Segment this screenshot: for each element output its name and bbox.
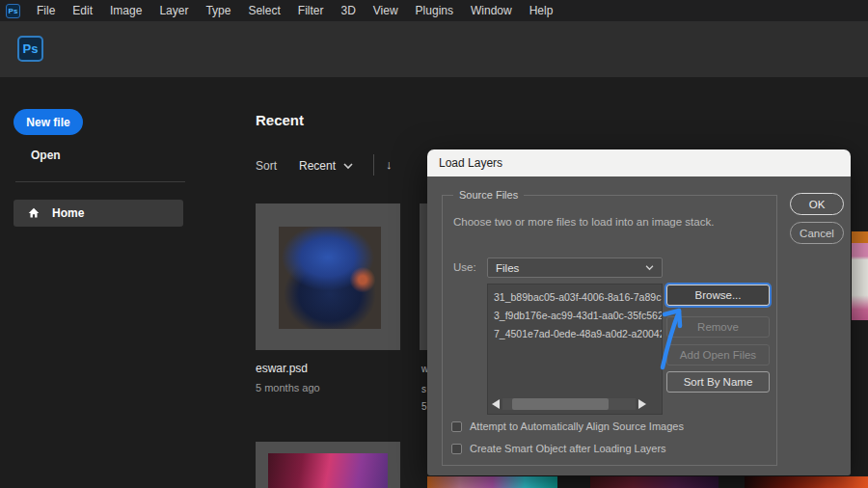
menu-item-filter[interactable]: Filter	[289, 0, 333, 21]
scroll-left-arrow-icon[interactable]	[492, 399, 500, 409]
partially-hidden-card	[420, 203, 427, 350]
sort-divider	[373, 154, 374, 176]
cancel-button[interactable]: Cancel	[790, 222, 844, 244]
source-files-group-label: Source Files	[453, 189, 524, 201]
checkbox-icon	[451, 444, 462, 454]
home-icon	[27, 206, 41, 220]
align-source-images-checkbox[interactable]: Attempt to Automatically Align Source Im…	[451, 420, 684, 432]
file-list-item[interactable]: 31_b89bac05-a03f-4006-8a16-7a89c57e27	[488, 285, 662, 307]
recent-file-thumbnail-edge	[745, 476, 868, 488]
recent-section-title: Recent	[256, 112, 304, 128]
photoshop-app-icon: Ps	[6, 4, 20, 18]
menu-item-help[interactable]: Help	[521, 0, 562, 21]
sort-label: Sort	[256, 159, 277, 173]
browse-button[interactable]: Browse...	[666, 285, 770, 306]
use-dropdown-value: Files	[496, 262, 519, 274]
sidebar-item-home[interactable]: Home	[14, 200, 183, 227]
menu-item-file[interactable]: File	[28, 0, 64, 21]
menu-bar: Ps File Edit Image Layer Type Select Fil…	[0, 0, 868, 21]
menu-item-layer[interactable]: Layer	[150, 0, 197, 21]
sort-dropdown[interactable]: Recent	[299, 159, 353, 173]
file-modified-time: 5 months ago	[256, 382, 320, 393]
add-open-files-button[interactable]: Add Open Files	[666, 344, 770, 366]
menu-item-type[interactable]: Type	[197, 0, 239, 21]
sort-by-name-button[interactable]: Sort By Name	[666, 371, 770, 393]
new-file-button[interactable]: New file	[14, 109, 83, 135]
dialog-title: Load Layers	[439, 156, 502, 170]
menu-item-window[interactable]: Window	[462, 0, 521, 21]
home-label: Home	[52, 206, 84, 220]
sort-direction-icon[interactable]: ↓	[386, 157, 393, 172]
file-list-item[interactable]: 3_f9db176e-ac99-43d1-aa0c-35fc562a3226	[488, 307, 662, 325]
checkbox-label: Attempt to Automatically Align Source Im…	[470, 420, 684, 432]
menu-item-image[interactable]: Image	[101, 0, 150, 21]
checkbox-label: Create Smart Object after Loading Layers	[470, 443, 666, 454]
scroll-right-arrow-icon[interactable]	[638, 399, 646, 409]
menu-item-plugins[interactable]: Plugins	[407, 0, 462, 21]
use-label: Use:	[453, 261, 476, 273]
dialog-description: Choose two or more files to load into an…	[453, 216, 714, 228]
menu-item-select[interactable]: Select	[239, 0, 288, 21]
app-header: Ps	[0, 21, 868, 77]
file-thumbnail	[268, 453, 388, 488]
source-files-list[interactable]: 31_b89bac05-a03f-4006-8a16-7a89c57e27 3_…	[487, 284, 663, 415]
sidebar-divider	[15, 181, 185, 182]
recent-file-card[interactable]	[256, 442, 400, 488]
use-dropdown[interactable]: Files	[487, 258, 663, 278]
menu-item-edit[interactable]: Edit	[64, 0, 101, 21]
file-name: eswar.psd	[256, 362, 308, 375]
chevron-down-icon	[343, 163, 353, 170]
menu-item-3d[interactable]: 3D	[332, 0, 364, 21]
file-thumbnail	[279, 227, 381, 329]
hidden-card-text-fragment: 5	[421, 401, 427, 412]
recent-file-thumbnail-edge	[590, 476, 719, 488]
remove-button[interactable]: Remove	[666, 316, 770, 338]
menu-item-view[interactable]: View	[365, 0, 407, 21]
dialog-titlebar[interactable]: Load Layers	[427, 149, 851, 176]
load-layers-dialog: Load Layers Source Files Choose two or m…	[427, 149, 851, 475]
checkbox-icon	[451, 421, 462, 432]
hidden-card-text-fragment: s	[421, 384, 426, 394]
chevron-down-icon	[645, 265, 654, 271]
scrollbar-track[interactable]	[502, 398, 636, 410]
recent-file-thumbnail-edge	[427, 476, 557, 488]
horizontal-scrollbar[interactable]	[489, 397, 649, 411]
dialog-body: Source Files Choose two or more files to…	[427, 176, 851, 475]
create-smart-object-checkbox[interactable]: Create Smart Object after Loading Layers	[451, 443, 666, 454]
open-button[interactable]: Open	[31, 149, 61, 162]
scrollbar-thumb[interactable]	[512, 398, 609, 410]
file-list-item[interactable]: 7_4501e7ad-0ede-48a9-a0d2-a20042850e	[488, 325, 662, 343]
photoshop-home-screen: Ps File Edit Image Layer Type Select Fil…	[0, 0, 868, 488]
recent-file-thumbnail-edge	[852, 231, 868, 320]
photoshop-logo: Ps	[17, 36, 43, 62]
recent-file-card[interactable]	[256, 203, 400, 350]
ok-button[interactable]: OK	[790, 193, 844, 215]
sort-dropdown-value: Recent	[299, 159, 336, 173]
